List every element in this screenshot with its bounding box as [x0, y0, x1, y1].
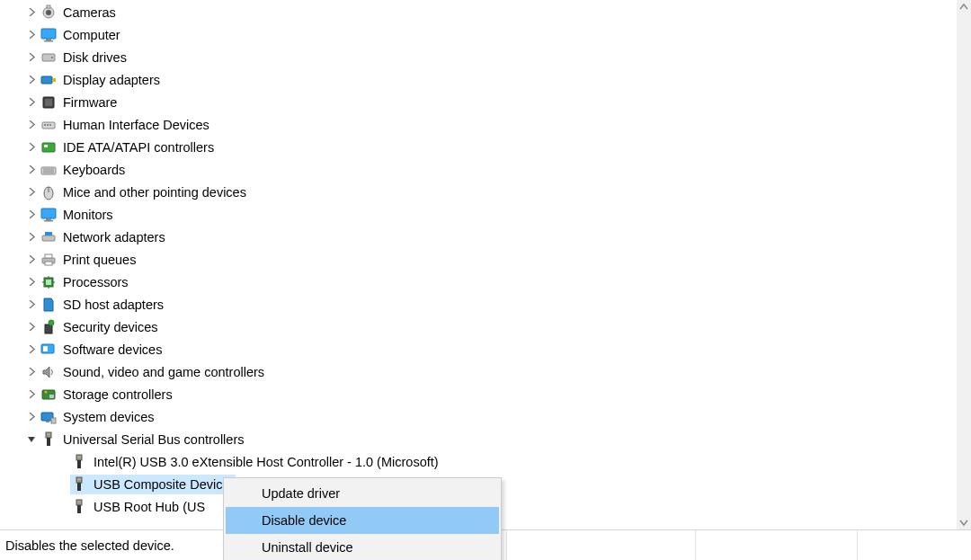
chevron-placeholder	[54, 476, 70, 493]
svg-rect-11	[45, 99, 52, 106]
chevron-right-icon	[23, 27, 40, 43]
system-icon	[40, 408, 58, 426]
tree-item-usb-child-0[interactable]: Intel(R) USB 3.0 eXtensible Host Control…	[0, 450, 957, 473]
firmware-icon	[40, 93, 58, 111]
tree-item-system[interactable]: System devices	[0, 405, 957, 428]
tree-item-label: IDE ATA/ATAPI controllers	[63, 140, 214, 155]
svg-rect-8	[41, 76, 52, 84]
tree-item-label: Print queues	[63, 253, 136, 267]
svg-point-1	[46, 10, 51, 15]
svg-rect-46	[46, 421, 49, 422]
menu-item-label: Update driver	[262, 486, 340, 501]
svg-rect-27	[42, 236, 55, 241]
tree-item-usb-controllers[interactable]: Universal Serial Bus controllers	[0, 428, 957, 450]
svg-rect-44	[49, 395, 54, 398]
scroll-up-button[interactable]	[957, 0, 971, 14]
hid-icon	[40, 116, 58, 134]
tree-item-cameras[interactable]: Cameras	[0, 1, 957, 23]
svg-rect-55	[80, 456, 81, 458]
menu-item-uninstall-device[interactable]: Uninstall device	[226, 534, 499, 560]
software-icon	[40, 341, 58, 359]
tree-item-label: Processors	[63, 275, 129, 289]
status-text: Disables the selected device.	[5, 538, 174, 553]
svg-rect-47	[51, 418, 56, 423]
svg-point-43	[45, 390, 48, 393]
tree-item-software[interactable]: Software devices	[0, 338, 957, 360]
monitor-icon	[40, 26, 58, 44]
chevron-placeholder	[54, 499, 70, 515]
tree-item-label: Intel(R) USB 3.0 eXtensible Host Control…	[94, 455, 439, 469]
tree-item-label: Disk drives	[63, 50, 127, 65]
chevron-placeholder	[54, 454, 70, 470]
tree-item-label: Security devices	[63, 320, 158, 334]
chevron-right-icon	[23, 252, 40, 268]
usb-icon	[70, 476, 88, 493]
svg-rect-48	[46, 432, 51, 438]
svg-rect-3	[41, 29, 56, 39]
svg-rect-51	[49, 433, 50, 435]
svg-rect-61	[77, 505, 81, 513]
svg-rect-53	[77, 460, 81, 468]
tree-item-label: Network adapters	[63, 230, 165, 244]
svg-rect-15	[49, 124, 51, 126]
tree-item-ide[interactable]: IDE ATA/ATAPI controllers	[0, 136, 957, 158]
tree-item-firmware[interactable]: Firmware	[0, 91, 957, 113]
svg-rect-5	[44, 40, 53, 42]
chevron-right-icon	[23, 364, 40, 380]
menu-item-update-driver[interactable]: Update driver	[226, 480, 499, 507]
svg-rect-2	[47, 5, 50, 8]
menu-item-disable-device[interactable]: Disable device	[226, 507, 499, 534]
chevron-down-icon	[23, 431, 40, 448]
chevron-right-icon	[23, 184, 40, 200]
tree-item-label: USB Root Hub (US	[94, 500, 205, 514]
svg-rect-14	[47, 124, 49, 126]
tree-item-monitors[interactable]: Monitors	[0, 203, 957, 226]
tree-item-label: Software devices	[63, 342, 162, 357]
usb-icon	[40, 431, 58, 449]
svg-rect-4	[46, 39, 51, 40]
tree-item-network[interactable]: Network adapters	[0, 226, 957, 248]
chevron-right-icon	[23, 72, 40, 88]
tree-item-label: USB Composite Device	[94, 477, 236, 492]
tree-item-label: Cameras	[63, 5, 116, 20]
tree-item-disk-drives[interactable]: Disk drives	[0, 46, 957, 68]
scroll-down-button[interactable]	[957, 515, 971, 529]
tree-item-display-adapters[interactable]: Display adapters	[0, 68, 957, 91]
vertical-scrollbar[interactable]	[957, 0, 971, 529]
tree-item-hid[interactable]: Human Interface Devices	[0, 113, 957, 136]
monitor-icon	[40, 206, 58, 224]
svg-point-7	[51, 57, 53, 58]
svg-rect-56	[76, 477, 82, 483]
tree-item-label: Computer	[63, 28, 120, 42]
tree-item-keyboards[interactable]: Keyboards	[0, 158, 957, 181]
tree-item-processors[interactable]: Processors	[0, 271, 957, 293]
tree-item-mice[interactable]: Mice and other pointing devices	[0, 181, 957, 203]
tree-item-computer[interactable]: Computer	[0, 23, 957, 46]
chevron-right-icon	[23, 342, 40, 358]
chevron-right-icon	[23, 49, 40, 66]
tree-item-label: System devices	[63, 410, 155, 424]
menu-item-label: Disable device	[262, 513, 346, 528]
keyboard-icon	[40, 161, 58, 179]
tree-item-label: Storage controllers	[63, 387, 173, 402]
svg-rect-25	[46, 218, 51, 220]
tree-item-label: Firmware	[63, 95, 117, 110]
disk-icon	[40, 49, 58, 67]
chevron-right-icon	[23, 387, 40, 403]
tree-item-sd[interactable]: SD host adapters	[0, 293, 957, 316]
chevron-right-icon	[23, 319, 40, 335]
chevron-right-icon	[23, 117, 40, 133]
tree-item-label: Keyboards	[63, 163, 125, 177]
tree-item-print[interactable]: Print queues	[0, 248, 957, 271]
tree-item-sound[interactable]: Sound, video and game controllers	[0, 360, 957, 383]
svg-rect-62	[78, 501, 79, 502]
chevron-right-icon	[23, 297, 40, 313]
sd-icon	[40, 296, 58, 314]
tree-item-storage[interactable]: Storage controllers	[0, 383, 957, 405]
tree-item-security[interactable]: Security devices	[0, 316, 957, 338]
svg-rect-57	[77, 483, 81, 491]
mouse-icon	[40, 183, 58, 201]
storage-icon	[40, 386, 58, 404]
svg-rect-54	[78, 456, 79, 458]
svg-rect-41	[43, 346, 48, 351]
